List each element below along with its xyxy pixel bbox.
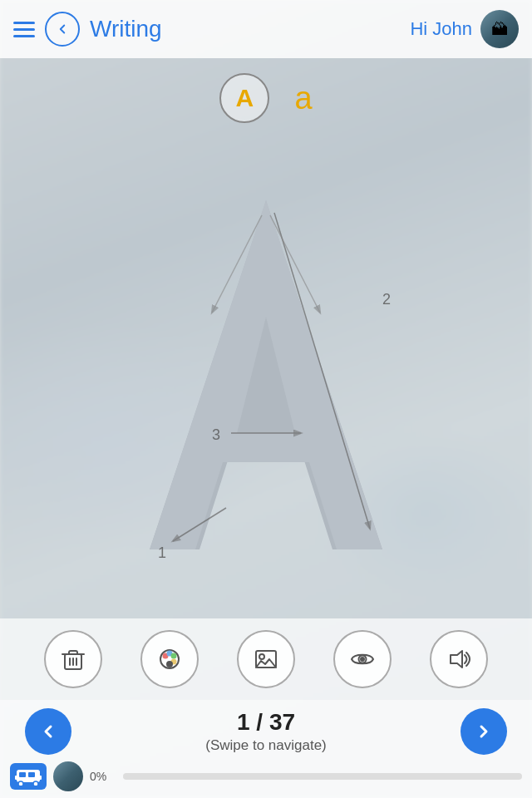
svg-rect-30 — [39, 776, 42, 780]
current-page: 1 — [237, 709, 250, 735]
letter-svg: 1 2 3 — [100, 150, 432, 599]
svg-rect-29 — [15, 776, 17, 780]
delete-button[interactable] — [44, 630, 102, 688]
svg-rect-25 — [19, 772, 26, 777]
bus-icon — [10, 763, 47, 790]
total-pages: 37 — [269, 709, 295, 735]
separator: / — [256, 709, 269, 735]
nav-center: 1 / 37 (Swipe to navigate) — [205, 709, 327, 754]
main-drawing-area[interactable]: 1 2 3 — [0, 131, 532, 618]
sound-button[interactable] — [430, 630, 488, 688]
svg-text:3: 3 — [212, 426, 220, 443]
eye-button[interactable] — [333, 630, 392, 688]
header-left: Writing — [13, 12, 162, 47]
header-right: Hi John 🏔 — [410, 10, 519, 48]
svg-point-18 — [167, 662, 172, 667]
svg-text:1: 1 — [158, 544, 166, 561]
page-title: Writing — [90, 16, 162, 42]
svg-rect-26 — [28, 772, 35, 777]
next-button[interactable] — [461, 708, 507, 755]
svg-point-27 — [18, 781, 23, 786]
svg-point-28 — [33, 781, 38, 786]
page-indicator: 1 / 37 — [237, 709, 295, 736]
uppercase-badge[interactable]: A — [219, 73, 269, 123]
progress-percent: 0% — [90, 770, 116, 783]
svg-text:2: 2 — [382, 291, 391, 308]
svg-marker-23 — [451, 651, 462, 667]
swipe-hint: (Swipe to navigate) — [205, 737, 327, 754]
letter-badge-area: A a — [0, 58, 532, 131]
svg-point-16 — [172, 654, 176, 658]
svg-point-22 — [361, 658, 364, 661]
palette-button[interactable] — [140, 630, 199, 688]
uppercase-letter: A — [236, 84, 254, 112]
progress-bar — [123, 773, 522, 780]
image-button[interactable] — [237, 630, 295, 688]
lowercase-letter: a — [294, 81, 312, 116]
header: Writing Hi John 🏔 — [0, 0, 532, 58]
prev-button[interactable] — [25, 708, 71, 755]
avatar[interactable]: 🏔 — [480, 10, 519, 48]
bottom-toolbar — [0, 618, 532, 700]
avatar-small — [53, 761, 83, 791]
svg-point-20 — [259, 654, 264, 659]
back-button[interactable] — [45, 12, 80, 47]
greeting-text: Hi John — [410, 18, 472, 40]
nav-bar: 1 / 37 (Swipe to navigate) — [0, 700, 532, 755]
bottom-strip: 0% — [0, 755, 532, 798]
letter-canvas: 1 2 3 — [100, 150, 432, 599]
menu-button[interactable] — [13, 22, 35, 37]
